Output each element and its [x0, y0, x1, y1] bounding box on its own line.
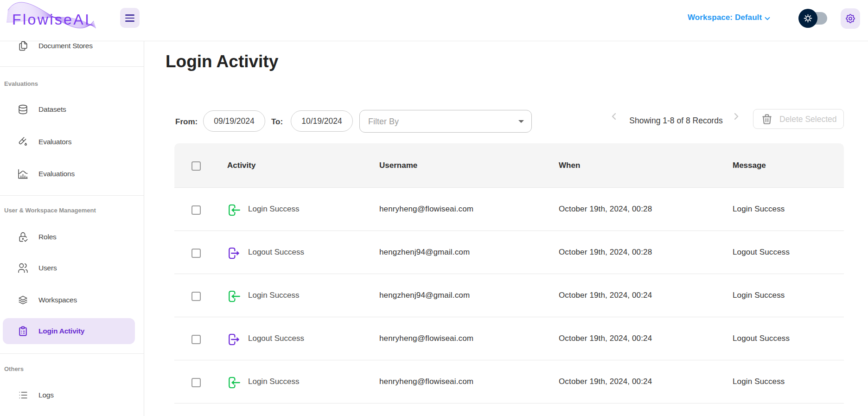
svg-text:FlowiseAI: FlowiseAI	[12, 11, 90, 28]
